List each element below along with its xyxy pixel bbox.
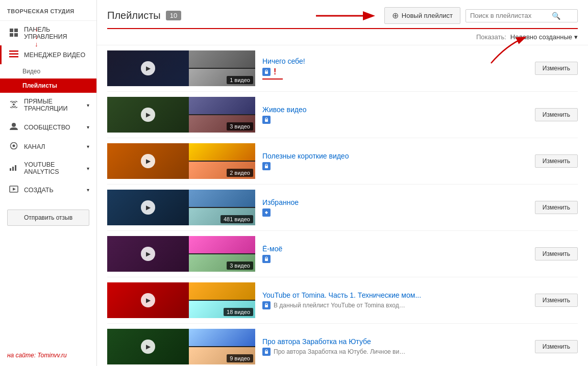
playlist-thumbnail[interactable]: ▶ 18 видео (107, 282, 255, 318)
sidebar-item-channel[interactable]: КАНАЛ ▾ (0, 137, 96, 156)
playlist-meta (262, 255, 528, 263)
sidebar-item-community[interactable]: СООБЩЕСТВО ▾ (0, 117, 96, 137)
live-icon (9, 101, 19, 110)
svg-rect-3 (14, 33, 18, 37)
playlist-thumbnail[interactable]: ▶ 9 видео (107, 329, 255, 364)
playlist-thumbnail[interactable]: ▶ 2 видео (107, 143, 255, 179)
play-button[interactable]: ▶ (141, 247, 155, 261)
search-input[interactable] (470, 12, 552, 19)
table-row: ▶ 481 видео Избранное Изменить (107, 185, 578, 231)
feedback-button[interactable]: Отправить отзыв (7, 210, 89, 226)
sidebar-item-create[interactable]: СОЗДАТЬ ▾ (0, 180, 96, 199)
playlist-name[interactable]: Про автора Заработка на Ютубе (262, 337, 528, 346)
play-button[interactable]: ▶ (141, 200, 155, 215)
playlist-meta (262, 162, 528, 170)
live-chevron: ▾ (87, 102, 89, 108)
play-button[interactable]: ▶ (141, 108, 155, 122)
playlist-list: ▶ 1 видео Ничего себе! ! (97, 45, 588, 366)
video-count-badge: 481 видео (220, 215, 253, 223)
video-count-badge: 1 видео (227, 76, 253, 84)
playlist-info: Про автора Заработка на Ютубе Про автора… (262, 337, 528, 356)
svg-rect-11 (10, 168, 11, 171)
new-playlist-button[interactable]: ⊕ Новый плейлист (384, 7, 460, 24)
svg-rect-1 (14, 29, 18, 32)
edit-button[interactable]: Изменить (535, 62, 578, 75)
table-row: ▶ 1 видео Ничего себе! ! (107, 45, 578, 92)
playlist-meta: Про автора Заработка на Ютубе. Личное ви… (262, 348, 528, 356)
edit-button[interactable]: Изменить (535, 247, 578, 260)
channel-chevron: ▾ (87, 144, 89, 149)
edit-button[interactable]: Изменить (535, 108, 578, 121)
sidebar: ТВОРЧЕСКАЯ СТУДИЯ ↓↓↓ ПАНЕЛЬ УПРАВЛЕНИЯ … (0, 0, 97, 366)
channel-label: КАНАЛ (24, 143, 45, 150)
video-count-badge: 3 видео (227, 262, 253, 270)
playlist-thumbnail[interactable]: ▶ 3 видео (107, 97, 255, 133)
alert-icon: ! (274, 67, 276, 76)
sidebar-sub-video[interactable]: Видео (0, 64, 96, 79)
edit-button[interactable]: Изменить (535, 154, 578, 168)
playlist-name[interactable]: Ё-моё (262, 245, 528, 253)
dashboard-label: ПАНЕЛЬ УПРАВЛЕНИЯ (24, 26, 89, 40)
edit-button[interactable]: Изменить (535, 294, 578, 307)
dashboard-icon (9, 28, 19, 39)
playlist-name[interactable]: Ничего себе! (262, 57, 528, 65)
create-icon (9, 186, 19, 194)
sort-chevron-icon: ▾ (574, 33, 578, 41)
svg-rect-22 (265, 305, 268, 307)
svg-rect-14 (17, 164, 18, 171)
video-count-badge: 9 видео (227, 354, 253, 362)
table-row: ▶ 3 видео Ё-моё Изменить (107, 231, 578, 277)
playlist-meta (262, 208, 528, 217)
header-arrow-annotation (316, 8, 377, 23)
play-button[interactable]: ▶ (141, 339, 155, 354)
sidebar-sub-playlists[interactable]: Плейлисты (0, 79, 96, 93)
playlist-thumbnail[interactable]: ▶ 1 видео (107, 50, 255, 86)
playlist-name[interactable]: Живое видео (262, 106, 528, 114)
sidebar-item-live[interactable]: ПРЯМЫЕ ТРАНСЛЯЦИИ ▾ (0, 93, 96, 117)
playlist-description: Про автора Заработка на Ютубе. Личное ви… (274, 348, 406, 355)
sort-label-text: Показать: (476, 33, 506, 41)
plus-icon: ⊕ (392, 11, 399, 20)
privacy-icon (262, 116, 271, 124)
sidebar-item-video-manager[interactable]: МЕНЕДЖЕР ВИДЕО (0, 45, 96, 64)
playlist-thumbnail[interactable]: ▶ 481 видео (107, 190, 255, 225)
play-button[interactable]: ▶ (141, 61, 155, 75)
main-header-area: Плейлисты 10 ⊕ Новый плейлист 🔍 (97, 0, 588, 29)
playlist-info: YouTube от Tomina. Часть 1. Технические … (262, 291, 528, 309)
svg-rect-18 (265, 71, 268, 74)
search-icon: 🔍 (552, 12, 560, 20)
playlist-description: В данный плейлист YouTube от Tomina вход… (274, 302, 406, 309)
play-button[interactable]: ▶ (141, 154, 155, 168)
edit-button[interactable]: Изменить (535, 340, 578, 353)
svg-rect-23 (265, 351, 268, 354)
playlist-name[interactable]: Полезные короткие видео (262, 152, 528, 160)
playlist-meta (262, 116, 528, 124)
playlist-name[interactable]: YouTube от Tomina. Часть 1. Технические … (262, 291, 528, 299)
svg-rect-6 (9, 56, 18, 58)
privacy-icon (262, 348, 271, 356)
search-box: 🔍 (465, 9, 578, 22)
play-button[interactable]: ▶ (141, 293, 155, 307)
page-title: Плейлисты (107, 10, 161, 21)
sort-value[interactable]: Недавно созданные ▾ (510, 33, 578, 41)
playlist-name[interactable]: Избранное (262, 198, 528, 206)
privacy-icon (262, 255, 271, 263)
table-row: ▶ 9 видео Про автора Заработка на Ютубе … (107, 324, 578, 366)
playlist-info: Живое видео (262, 106, 528, 124)
playlist-info: Избранное (262, 198, 528, 217)
playlist-count-badge: 10 (166, 11, 181, 20)
edit-button[interactable]: Изменить (535, 201, 578, 214)
playlist-info: Ничего себе! ! (262, 57, 528, 80)
video-count-badge: 2 видео (227, 169, 253, 177)
svg-point-8 (12, 123, 16, 127)
sort-bar: Показать: Недавно созданные ▾ (97, 29, 588, 45)
sidebar-item-analytics[interactable]: YOUTUBE ANALYTICS ▾ (0, 156, 96, 180)
playlist-thumbnail[interactable]: ▶ 3 видео (107, 236, 255, 272)
svg-rect-20 (265, 166, 268, 168)
svg-marker-16 (13, 188, 16, 191)
site-link[interactable]: Tominvv.ru (37, 352, 66, 359)
svg-rect-0 (10, 29, 13, 32)
svg-rect-2 (10, 33, 13, 37)
sidebar-item-dashboard[interactable]: ПАНЕЛЬ УПРАВЛЕНИЯ (0, 21, 96, 45)
svg-point-10 (13, 145, 15, 147)
